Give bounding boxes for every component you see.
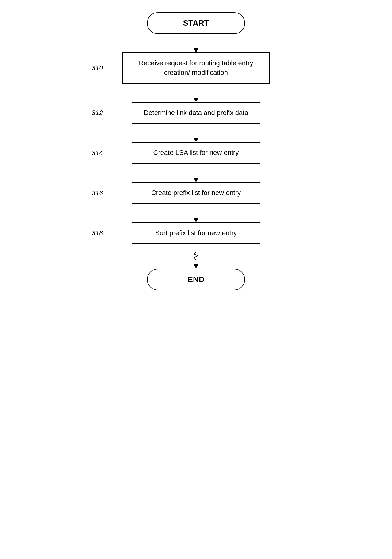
svg-marker-2 xyxy=(194,264,198,269)
arrow-1 xyxy=(194,34,198,52)
broken-arrow-svg xyxy=(193,244,199,269)
label-318: 318 xyxy=(92,229,103,237)
node-310: Receive request for routing table entry … xyxy=(122,52,270,84)
label-310: 310 xyxy=(92,64,103,72)
arrow-line-5 xyxy=(196,204,196,218)
arrow-head-1 xyxy=(194,48,198,52)
node-316-container: 316 Create prefix list for new entry xyxy=(73,182,319,204)
arrow-head-3 xyxy=(194,138,198,142)
arrow-3 xyxy=(194,124,198,142)
node-310-container: 310 Receive request for routing table en… xyxy=(73,52,319,84)
node-318-container: 318 Sort prefix list for new entry xyxy=(73,222,319,244)
arrow-head-5 xyxy=(194,218,198,222)
arrow-broken-6 xyxy=(193,244,199,269)
arrow-line-3 xyxy=(196,124,196,138)
node-318: Sort prefix list for new entry xyxy=(132,222,260,244)
end-node: END xyxy=(147,269,245,290)
node-314-container: 314 Create LSA list for new entry xyxy=(73,142,319,164)
arrow-5 xyxy=(194,204,198,222)
node-316: Create prefix list for new entry xyxy=(132,182,260,204)
label-312: 312 xyxy=(92,109,103,117)
flowchart: START 310 Receive request for routing ta… xyxy=(73,12,319,290)
node-314: Create LSA list for new entry xyxy=(132,142,260,164)
node-312: Determine link data and prefix data xyxy=(132,102,260,124)
arrow-head-2 xyxy=(194,98,198,102)
label-314: 314 xyxy=(92,149,103,157)
node-312-container: 312 Determine link data and prefix data xyxy=(73,102,319,124)
arrow-4 xyxy=(194,164,198,182)
arrow-line-4 xyxy=(196,164,196,178)
start-node: START xyxy=(147,12,245,34)
label-316: 316 xyxy=(92,189,103,197)
arrow-head-4 xyxy=(194,178,198,182)
start-node-container: START xyxy=(73,12,319,34)
end-node-container: END xyxy=(73,269,319,290)
arrow-line-1 xyxy=(196,34,196,48)
arrow-line-2 xyxy=(196,84,196,98)
arrow-2 xyxy=(194,84,198,102)
